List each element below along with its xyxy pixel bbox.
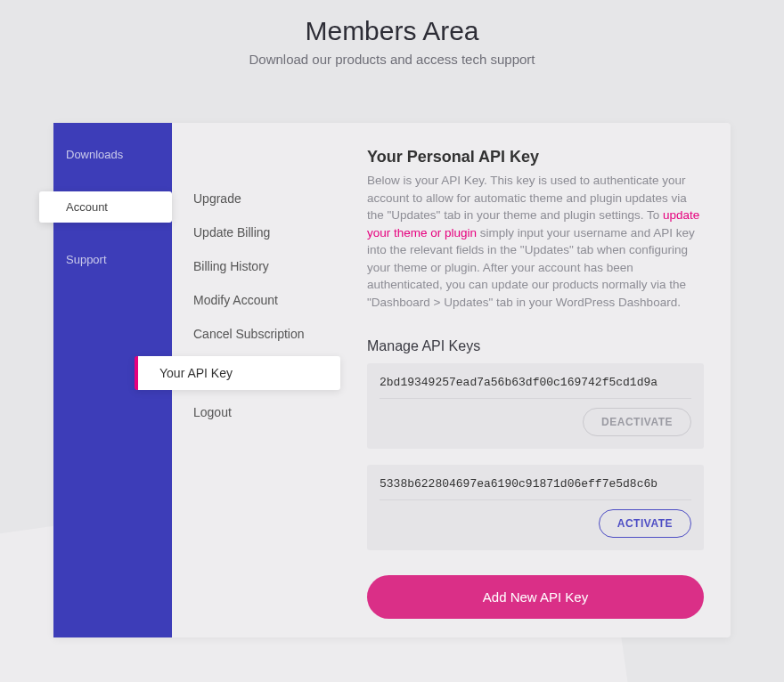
api-key-box: 5338b622804697ea6190c91871d06eff7e5d8c6b… [367, 465, 704, 550]
add-api-key-button[interactable]: Add New API Key [367, 575, 704, 619]
deactivate-button[interactable]: DEACTIVATE [583, 408, 691, 436]
api-key-value: 2bd19349257ead7a56b63df00c169742f5cd1d9a [380, 376, 691, 399]
manage-heading: Manage API Keys [367, 338, 704, 354]
sub-item-modify-account[interactable]: Modify Account [172, 283, 340, 317]
page-header: Members Area Download our products and a… [0, 0, 784, 67]
page-title: Members Area [0, 16, 784, 46]
api-key-box: 2bd19349257ead7a56b63df00c169742f5cd1d9a… [367, 363, 704, 449]
content-heading: Your Personal API Key [367, 148, 704, 166]
activate-button[interactable]: ACTIVATE [599, 509, 691, 538]
sub-item-billing-history[interactable]: Billing History [172, 249, 340, 283]
sidebar-item-downloads[interactable]: Downloads [53, 139, 172, 170]
intro-before: Below is your API Key. This key is used … [367, 174, 687, 222]
content-area: Your Personal API Key Below is your API … [340, 123, 731, 637]
members-panel: Downloads Account Support Upgrade Update… [53, 123, 731, 637]
sidebar-item-support[interactable]: Support [53, 244, 172, 275]
sub-item-cancel-subscription[interactable]: Cancel Subscription [172, 317, 340, 351]
api-key-value: 5338b622804697ea6190c91871d06eff7e5d8c6b [380, 477, 691, 500]
sub-item-upgrade[interactable]: Upgrade [172, 182, 340, 215]
secondary-sidebar: Upgrade Update Billing Billing History M… [172, 123, 340, 637]
sub-item-update-billing[interactable]: Update Billing [172, 215, 340, 249]
sidebar-item-account[interactable]: Account [39, 191, 172, 223]
sub-item-api-key[interactable]: Your API Key [135, 356, 340, 390]
sub-item-logout[interactable]: Logout [172, 395, 340, 429]
intro-text: Below is your API Key. This key is used … [367, 172, 704, 312]
api-key-actions: DEACTIVATE [380, 408, 691, 436]
api-key-actions: ACTIVATE [380, 509, 691, 538]
page-subtitle: Download our products and access tech su… [0, 52, 784, 67]
